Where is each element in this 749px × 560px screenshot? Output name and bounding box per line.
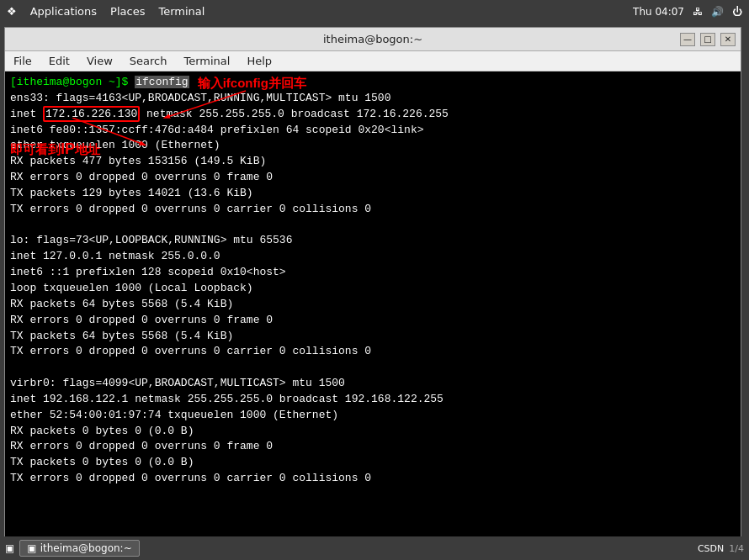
menu-view[interactable]: View [82,53,118,69]
brand-label: CSDN [698,543,724,554]
menu-bar: File Edit View Search Terminal Help [5,51,741,71]
terminal-lo-7: TX packets 64 bytes 5568 (5.4 KiB) [10,329,736,345]
terminal-blank-2 [10,360,736,376]
annotation-ip: 即可看到IP地址 [10,138,100,160]
annotation-cmd: 输入ifconfig并回车 [198,74,306,92]
window-title: itheima@bogon:~ [323,33,422,45]
network-icon: 🖧 [693,6,703,18]
maximize-button[interactable]: □ [700,33,715,46]
taskbar-app[interactable]: ▣ itheima@bogon:~ [19,540,139,557]
page-indicator: 1/4 [729,543,744,554]
applications-menu[interactable]: Applications [30,5,97,18]
terminal-menu[interactable]: Terminal [158,5,205,18]
terminal-lo-2: inet 127.0.0.1 netmask 255.0.0.0 [10,249,736,265]
terminal-virbr0-7: TX errors 0 dropped 0 overruns 0 carrier… [10,471,736,487]
terminal-virbr0-6: TX packets 0 bytes 0 (0.0 B) [10,455,736,471]
taskbar-left: ▣ ▣ itheima@bogon:~ [5,540,140,557]
places-menu[interactable]: Places [110,5,145,18]
terminal-line-2: ens33: flags=4163<UP,BROADCAST,RUNNING,M… [10,91,736,107]
terminal-line-5: ether txqueuelen 1000 (Ethernet) 即可看到IP地… [10,138,736,154]
taskbar-app-icon: ▣ [5,542,14,554]
terminal-line-1: [itheima@bogon ~]$ ifconfig 输入ifconfig并回… [10,75,736,91]
system-bar: ❖ Applications Places Terminal Thu 04:07… [0,0,749,23]
menu-file[interactable]: File [8,53,37,69]
terminal-line-9: TX errors 0 dropped 0 overruns 0 carrier… [10,202,736,218]
terminal-line-7: RX errors 0 dropped 0 overruns 0 frame 0 [10,170,736,186]
terminal-virbr0-1: virbr0: flags=4099<UP,BROADCAST,MULTICAS… [10,376,736,392]
terminal-lo-3: inet6 ::1 prefixlen 128 scopeid 0x10<hos… [10,265,736,281]
terminal-virbr0-3: ether 52:54:00:01:97:74 txqueuelen 1000 … [10,408,736,424]
ip-address-highlight: 172.16.226.130 [43,106,140,122]
terminal-content[interactable]: [itheima@bogon ~]$ ifconfig 输入ifconfig并回… [5,71,741,547]
taskbar-app-label: itheima@bogon:~ [40,542,132,554]
terminal-lo-5: RX packets 64 bytes 5568 (5.4 KiB) [10,297,736,313]
menu-search[interactable]: Search [125,53,173,69]
volume-icon: 🔊 [711,6,724,18]
terminal-line-4: inet6 fe80::1357:ccff:476d:a484 prefixle… [10,123,736,139]
distro-icon: ❖ [7,5,17,18]
title-bar: itheima@bogon:~ — □ ✕ [5,28,741,51]
taskbar: ▣ ▣ itheima@bogon:~ CSDN 1/4 [0,536,749,560]
system-bar-right: Thu 04:07 🖧 🔊 ⏻ [633,6,742,18]
menu-help[interactable]: Help [242,53,277,69]
terminal-blank-1 [10,218,736,234]
close-button[interactable]: ✕ [720,33,736,46]
terminal-lo-6: RX errors 0 dropped 0 overruns 0 frame 0 [10,313,736,329]
system-bar-left: ❖ Applications Places Terminal [7,5,205,18]
terminal-virbr0-4: RX packets 0 bytes 0 (0.0 B) [10,424,736,440]
power-icon[interactable]: ⏻ [732,6,742,18]
terminal-line-6: RX packets 477 bytes 153156 (149.5 KiB) [10,154,736,170]
terminal-line-3: inet 172.16.226.130 netmask 255.255.255.… [10,107,736,123]
terminal-virbr0-2: inet 192.168.122.1 netmask 255.255.255.0… [10,392,736,408]
command-text: ifconfig [135,76,189,88]
terminal-lo-8: TX errors 0 dropped 0 overruns 0 carrier… [10,344,736,360]
taskbar-right: CSDN 1/4 [698,543,744,554]
terminal-lo-1: lo: flags=73<UP,LOOPBACK,RUNNING> mtu 65… [10,233,736,249]
minimize-button[interactable]: — [680,33,695,46]
taskbar-terminal-icon: ▣ [27,542,36,554]
terminal-window: itheima@bogon:~ — □ ✕ File Edit View Sea… [4,27,741,548]
menu-edit[interactable]: Edit [44,53,75,69]
prompt-user: [itheima@bogon ~]$ [10,76,135,88]
terminal-virbr0-5: RX errors 0 dropped 0 overruns 0 frame 0 [10,439,736,455]
menu-terminal[interactable]: Terminal [178,53,235,69]
terminal-lo-4: loop txqueuelen 1000 (Local Loopback) [10,281,736,297]
terminal-line-8: TX packets 129 bytes 14021 (13.6 KiB) [10,186,736,202]
title-bar-controls: — □ ✕ [680,33,736,46]
time-display: Thu 04:07 [633,6,684,18]
